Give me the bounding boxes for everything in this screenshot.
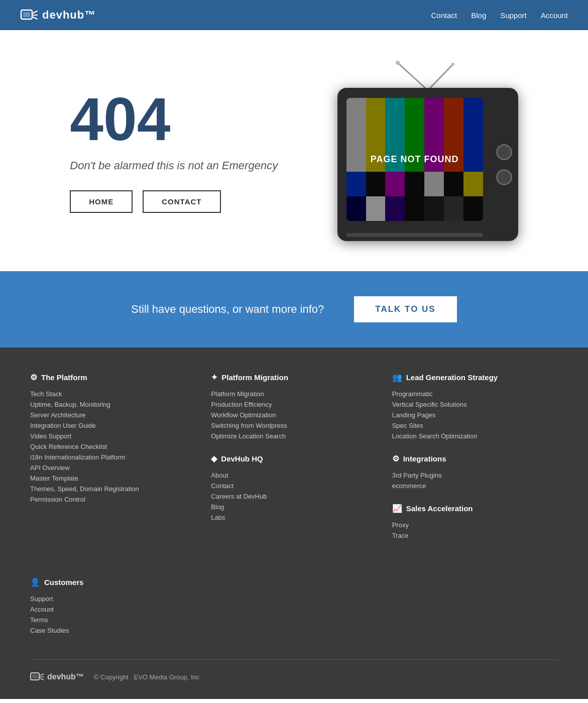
link-workflow-opt[interactable]: Workflow Optimization: [211, 411, 377, 419]
svg-rect-1: [23, 12, 30, 17]
link-master-template[interactable]: Master Template: [30, 475, 196, 482]
svg-rect-8: [32, 674, 38, 678]
link-case-studies[interactable]: Case Studies: [30, 627, 558, 634]
nav-support[interactable]: Support: [500, 11, 527, 20]
tv-bottom-bar: [346, 233, 483, 237]
site-header: devhub™ Contact Blog Support Account: [0, 0, 588, 30]
svg-point-5: [451, 63, 454, 66]
cta-section: Still have questions, or want more info?…: [0, 271, 588, 347]
link-spec-sites[interactable]: Spec Sites: [392, 422, 558, 429]
hero-section: 404 Don't be alarmed this is not an Emer…: [0, 30, 588, 271]
link-server-arch[interactable]: Server Architecture: [30, 411, 196, 419]
lead-icon: 👥: [392, 373, 402, 382]
link-optimize-location[interactable]: Optimize Location Search: [211, 432, 377, 440]
link-quick-ref[interactable]: Quick Reference Checklist: [30, 443, 196, 450]
hero-buttons: HOME CONTACT: [70, 190, 278, 213]
tv-body: PAGE NOT FOUND: [337, 88, 518, 241]
svg-line-2: [398, 63, 428, 90]
link-about[interactable]: About: [211, 472, 377, 479]
footer-bottom: devhub™ © Copyright . EVO Media Group, I…: [30, 659, 558, 684]
link-tech-stack[interactable]: Tech Stack: [30, 390, 196, 398]
link-themes[interactable]: Themes, Speed, Domain Registration: [30, 485, 196, 493]
footer-logo-text: devhub™: [47, 672, 84, 681]
error-message: Don't be alarmed this is not an Emergenc…: [70, 159, 278, 172]
link-programmatic[interactable]: Programmatic: [392, 390, 558, 398]
link-labs[interactable]: Labs: [211, 514, 377, 521]
customers-icon: 👤: [30, 577, 40, 587]
cta-text: Still have questions, or want more info?: [131, 303, 324, 316]
link-api-overview[interactable]: API Overview: [30, 464, 196, 472]
nav-contact[interactable]: Contact: [431, 11, 457, 20]
link-location-search[interactable]: Location Search Optimization: [392, 432, 558, 440]
link-account[interactable]: Account: [30, 606, 558, 613]
link-vertical[interactable]: Vertical Specific Solutions: [392, 401, 558, 408]
link-trace[interactable]: Trace: [392, 532, 558, 539]
site-footer: ⚙ The Platform Tech Stack Uptime, Backup…: [0, 347, 588, 699]
link-platform-migration[interactable]: Platform Migration: [211, 390, 377, 398]
footer-logo: devhub™: [30, 670, 84, 684]
home-button[interactable]: HOME: [70, 190, 133, 213]
logo[interactable]: devhub™: [20, 6, 96, 24]
link-i18n[interactable]: i18n Internationalization Platform: [30, 453, 196, 461]
link-production-efficiency[interactable]: Production Efficiency: [211, 401, 377, 408]
link-blog-footer[interactable]: Blog: [211, 503, 377, 511]
footer-customers: 👤 Customers Support Account Terms Case S…: [30, 562, 558, 634]
tv-knob-2: [496, 169, 512, 185]
footer-col-lead: 👥 Lead Generation Strategy Programmatic …: [392, 373, 558, 542]
link-contact-footer[interactable]: Contact: [211, 482, 377, 490]
footer-devhubhq-title: ◆ DevHub HQ: [211, 454, 377, 463]
footer-columns: ⚙ The Platform Tech Stack Uptime, Backup…: [30, 373, 558, 542]
footer-sales-title: 📈 Sales Acceleration: [392, 504, 558, 513]
footer-integrations-title: ⚙ Integrations: [392, 454, 558, 463]
footer-migration-title: ✦ Platform Migration: [211, 373, 377, 382]
link-permission[interactable]: Permission Control: [30, 496, 196, 503]
customers-links: Support Account Terms Case Studies: [30, 595, 558, 634]
footer-customers-title: 👤 Customers: [30, 577, 558, 587]
link-3rd-party[interactable]: 3rd Party Plugins: [392, 472, 558, 479]
svg-point-3: [396, 61, 400, 65]
tv-illustration: PAGE NOT FOUND: [337, 60, 518, 241]
tv-screen: PAGE NOT FOUND: [346, 98, 483, 221]
page-not-found-overlay: PAGE NOT FOUND: [346, 98, 483, 221]
devhubhq-icon: ◆: [211, 454, 217, 463]
tv-knob-1: [496, 144, 512, 160]
link-proxy[interactable]: Proxy: [392, 521, 558, 529]
link-terms[interactable]: Terms: [30, 616, 558, 624]
platform-icon: ⚙: [30, 373, 37, 382]
nav-account[interactable]: Account: [541, 11, 568, 20]
link-video-support[interactable]: Video Support: [30, 432, 196, 440]
logo-text: devhub™: [42, 9, 96, 22]
error-code: 404: [70, 89, 278, 149]
footer-col-platform: ⚙ The Platform Tech Stack Uptime, Backup…: [30, 373, 196, 542]
sales-icon: 📈: [392, 504, 402, 513]
link-integration-guide[interactable]: Integration User Guide: [30, 422, 196, 429]
integrations-icon: ⚙: [392, 454, 399, 463]
migration-icon: ✦: [211, 373, 217, 382]
nav-blog[interactable]: Blog: [471, 11, 486, 20]
link-support[interactable]: Support: [30, 595, 558, 603]
contact-button[interactable]: CONTACT: [143, 190, 220, 213]
svg-line-4: [428, 64, 453, 90]
copyright-text: © Copyright . EVO Media Group, Inc: [94, 673, 199, 681]
link-landing-pages[interactable]: Landing Pages: [392, 411, 558, 419]
link-uptime[interactable]: Uptime, Backup, Monitoring: [30, 401, 196, 408]
footer-platform-title: ⚙ The Platform: [30, 373, 196, 382]
footer-col-migration: ✦ Platform Migration Platform Migration …: [211, 373, 377, 542]
footer-lead-title: 👥 Lead Generation Strategy: [392, 373, 558, 382]
link-careers[interactable]: Careers at DevHub: [211, 493, 377, 500]
page-not-found-text: PAGE NOT FOUND: [366, 154, 464, 165]
talk-to-us-button[interactable]: TALK TO US: [354, 296, 456, 322]
hero-left: 404 Don't be alarmed this is not an Emer…: [70, 89, 278, 213]
link-ecommerce[interactable]: ecommerce: [392, 482, 558, 490]
link-switching-wp[interactable]: Switching from Wordpress: [211, 422, 377, 429]
main-nav: Contact Blog Support Account: [431, 11, 568, 20]
tv-knobs: [496, 144, 512, 185]
